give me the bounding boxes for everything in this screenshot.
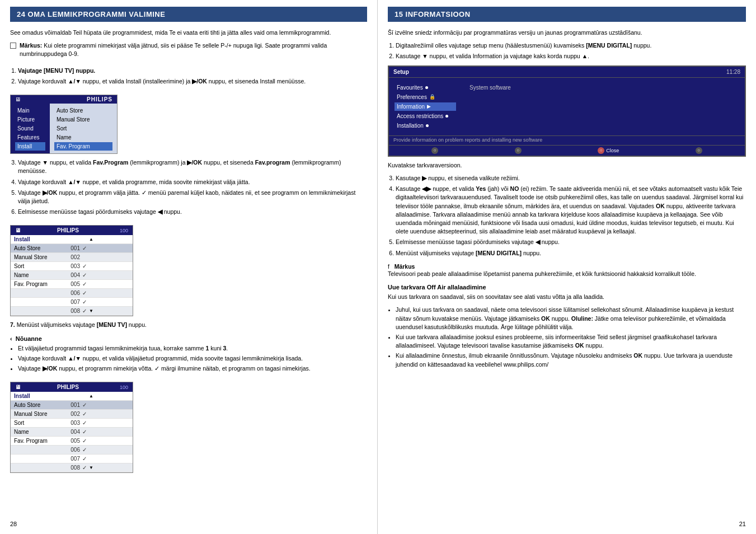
install-menu-top-body: Install ▲ Auto Store 001 ✓ Manual Store … xyxy=(11,235,133,316)
setup-subtitle: Provide information on problem reports a… xyxy=(389,135,745,145)
btn-circle-1: ○ xyxy=(431,147,438,154)
bottom-install-row-8: 008 ✓ ▼ xyxy=(11,463,133,472)
note-f-text: Televisoori peab peale allalaadimise lõp… xyxy=(388,270,746,278)
bottom-install-row-2: Manual Store 002 ✓ xyxy=(11,410,133,419)
tv-menu-1: 🖥 PHILIPS Main Picture Sound Features In… xyxy=(10,95,118,154)
step-1: Vajutage [MENU TV] nuppu. xyxy=(18,67,367,75)
step-6: Eelmisesse menüüsse tagasi pöördumiseks … xyxy=(18,208,367,216)
step-5: Vajutage ▶/OK nuppu, et programm välja j… xyxy=(18,189,367,205)
bottom-install-row-3: Sort 003 ✓ xyxy=(11,419,133,428)
right-step-1: Digitaalrežiimil olles vajutage setup me… xyxy=(396,41,746,50)
tip-heading: ‹ Nõuanne xyxy=(10,335,367,342)
install-menu-bottom-header: 🖥 PHILIPS 100 xyxy=(11,382,133,392)
page-number-right: 21 xyxy=(739,521,746,527)
install-row-1: Auto Store 001 ✓ xyxy=(11,244,133,253)
tv-menu-1-header: 🖥 PHILIPS xyxy=(11,95,117,104)
step-3: Vajutage ▼ nuppu, et valida Fav.Program … xyxy=(18,158,367,175)
setup-menu-left-col: Favourites Preferences 🔒 Information ▶ A… xyxy=(389,80,462,133)
tip-2: Vajutage korduvalt ▲/▼ nuppu, et valida … xyxy=(18,354,367,363)
bullet-2: Kui uue tarkvara allalaadimise jooksul e… xyxy=(396,333,746,350)
install-menu-top: 🖥 PHILIPS 100 Install ▲ Auto Store 001 ✓… xyxy=(10,225,133,316)
setup-item-preferences: Preferences 🔒 xyxy=(395,93,456,101)
install-row-7: 007 ✓ xyxy=(11,298,133,307)
right-intro: Šī izvēlne sniedz informāciju par progra… xyxy=(388,29,746,37)
right-section-header: 15 INFORMATSIOON xyxy=(388,7,746,22)
bottom-install-row-4: Name 004 ✓ xyxy=(11,428,133,437)
note-f-label: f Märkus xyxy=(388,263,746,270)
bullets-list: Juhul, kui uus tarkvara on saadaval, näe… xyxy=(396,306,746,369)
tip-3: Vajutage ▶/OK nuppu, et programm nimekir… xyxy=(18,364,367,373)
bottom-install-row-0: Install ▲ xyxy=(11,392,133,401)
setup-item-installation: Installation xyxy=(395,121,456,130)
bottom-install-row-5: Fav. Program 005 ✓ xyxy=(11,437,133,446)
setup-menu-right-col: System software xyxy=(462,80,534,133)
btn-circle-2: ○ xyxy=(515,147,522,154)
btn-circle-close: ○ xyxy=(598,147,604,154)
right-steps-list-2: Kasutage ▶ nuppu, et siseneda valikute r… xyxy=(396,174,746,257)
right-page: 15 INFORMATSIOON Šī izvēlne sniedz infor… xyxy=(378,0,756,534)
step-4: Vajutage korduvalt ▲/▼ nuppe, et valida … xyxy=(18,178,367,186)
menu-item-sort: Sort xyxy=(54,124,112,133)
install-menu-bottom: 🖥 PHILIPS 100 Install ▲ Auto Store 001 ✓… xyxy=(10,382,133,473)
setup-btn-4: ○ xyxy=(696,147,702,154)
subheading1: Uue tarkvara Off Air allalaadimine xyxy=(388,284,746,291)
menu-item-main: Main xyxy=(15,106,45,115)
bullet-3: Kui allalaadimine õnnestus, ilmub ekraan… xyxy=(396,352,746,368)
tip-1: Et väljajäetud programmid tagasi lemmikn… xyxy=(18,344,367,353)
install-row-2: Manual Store 002 xyxy=(11,253,133,262)
steps-list: Vajutage [MENU TV] nuppu. Vajutage kordu… xyxy=(18,67,367,86)
right-step-2: Kasutage ▼ nuppu, et valida Information … xyxy=(396,52,746,60)
install-row-4: Name 004 ✓ xyxy=(11,271,133,280)
setup-menu-header: Setup 11:28 xyxy=(389,67,745,78)
step-2: Vajutage korduvalt ▲/▼ nuppu, et valida … xyxy=(18,77,367,86)
install-menu-bottom-body: Install ▲ Auto Store 001 ✓ Manual Store … xyxy=(11,392,133,472)
setup-menu: Setup 11:28 Favourites Preferences 🔒 Inf… xyxy=(388,65,746,157)
menu-item-picture: Picture xyxy=(15,115,45,124)
bottom-install-row-7: 007 ✓ xyxy=(11,455,133,463)
tv-menu-1-body: Main Picture Sound Features Install Auto… xyxy=(11,104,117,153)
setup-item-access: Access restrictions xyxy=(395,112,456,120)
install-row-6: 006 ✓ xyxy=(11,289,133,298)
left-page: 24 OMA LEMMIKPROGRAMMI VALIMINE See omad… xyxy=(0,0,378,534)
menu-item-autostore: Auto Store xyxy=(54,106,112,115)
bullet-1: Juhul, kui uus tarkvara on saadaval, näe… xyxy=(396,306,746,331)
version-text: Kuvatakse tarkvaraversioon. xyxy=(388,161,746,170)
setup-item-information: Information ▶ xyxy=(395,102,456,111)
bottom-install-row-6: 006 ✓ xyxy=(11,446,133,455)
right-step-3: Kasutage ▶ nuppu, et siseneda valikute r… xyxy=(396,174,746,182)
install-row-3: Sort 003 ✓ xyxy=(11,262,133,271)
step7-text: 7. Menüüst väljumiseks vajutage [MENU TV… xyxy=(10,321,367,329)
steps-list-2: Vajutage ▼ nuppu, et valida Fav.Program … xyxy=(18,158,367,216)
setup-right-label: System software xyxy=(467,83,529,92)
left-intro: See omadus võimaldab Teil hüpata üle pro… xyxy=(10,29,367,37)
bottom-install-row-1: Auto Store 001 ✓ xyxy=(11,401,133,410)
subheading1-text: Kui uus tarkvara on saadaval, siis on so… xyxy=(388,293,746,301)
tips-list: Et väljajäetud programmid tagasi lemmikn… xyxy=(18,344,367,373)
note-item: Märkus: Kui olete programmi nimekirjast … xyxy=(10,41,367,63)
right-steps-list: Digitaalrežiimil olles vajutage setup me… xyxy=(396,41,746,60)
right-note-section: f Märkus Televisoori peab peale allalaad… xyxy=(388,263,746,369)
btn-circle-4: ○ xyxy=(696,147,702,154)
page-number-left: 28 xyxy=(10,521,17,527)
setup-buttons: ○ ○ ○ Close ○ xyxy=(389,145,745,156)
install-row-8: 008 ✓ ▼ xyxy=(11,307,133,316)
menu-item-name: Name xyxy=(54,133,112,142)
setup-menu-body: Favourites Preferences 🔒 Information ▶ A… xyxy=(389,78,745,135)
menu-item-features: Features xyxy=(15,133,45,142)
right-step-4: Kasutage ◀▶ nuppe, et valida Yes (jah) v… xyxy=(396,185,746,236)
tip-section: ‹ Nõuanne Et väljajäetud programmid taga… xyxy=(10,335,367,373)
checkbox xyxy=(10,43,16,49)
install-row-5: Fav. Program 005 ✓ xyxy=(11,280,133,289)
setup-item-favourites: Favourites xyxy=(395,83,456,92)
setup-btn-close: ○ Close xyxy=(598,147,619,154)
setup-btn-2: ○ xyxy=(515,147,522,154)
tv-menu-left-col: Main Picture Sound Features Install xyxy=(11,104,50,153)
menu-item-manualstore: Manual Store xyxy=(54,115,112,124)
right-step-6: Menüüst väljumiseks vajutage [MENU DIGIT… xyxy=(396,249,746,257)
install-menu-top-header: 🖥 PHILIPS 100 xyxy=(11,226,133,235)
install-row-0: Install ▲ xyxy=(11,235,133,244)
menu-item-favprogram: Fav. Program xyxy=(54,142,112,151)
setup-btn-1: ○ xyxy=(431,147,438,154)
tv-menu-right-col: Auto Store Manual Store Sort Name Fav. P… xyxy=(50,104,117,153)
note-text: Märkus: Kui olete programmi nimekirjast … xyxy=(20,41,367,58)
